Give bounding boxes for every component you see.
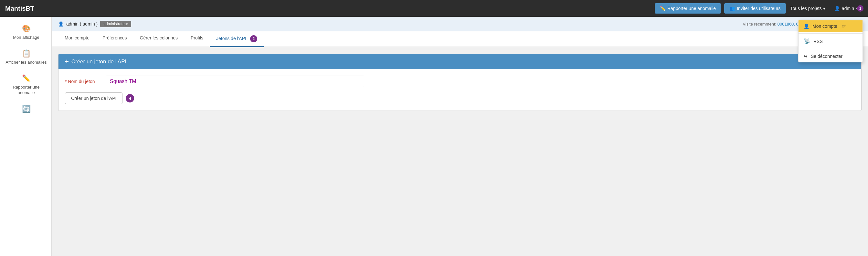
navbar: MantisBT ✏️ Rapporter une anomalie 👥 Inv…: [0, 0, 868, 17]
cursor-pointer-icon: ☞: [842, 24, 846, 29]
create-token-section: + Créer un jeton de l'API * Nom du jeton…: [58, 54, 862, 111]
admin-dropdown-menu: 👤 Mon compte ☞ 📡 RSS ↪ Se déconnecter: [798, 20, 863, 62]
refresh-icon: 🔄: [22, 105, 31, 113]
token-name-input[interactable]: [106, 76, 364, 87]
rss-menu-item[interactable]: 📡 RSS: [799, 35, 863, 47]
admin-dropdown-button[interactable]: 👤 admin ▾ 1: [830, 3, 863, 13]
user-avatar-icon: 👤: [58, 21, 64, 27]
create-section-body: * Nom du jeton Créer un jeton de l'API 4: [59, 69, 861, 110]
sidebar-item-afficher-anomalies[interactable]: 📋 Afficher les anomalies: [0, 45, 51, 70]
palette-icon: 🎨: [22, 25, 31, 33]
rss-icon: 📡: [804, 38, 810, 44]
tabs-container: Mon compte Préférences Gérer les colonne…: [52, 31, 868, 47]
navbar-right: Tous les projets ▾ 👤 admin ▾ 1 👤 Mon com…: [786, 3, 863, 13]
user-plus-icon: 👥: [730, 6, 735, 11]
my-account-menu-item[interactable]: 👤 Mon compte ☞: [799, 20, 863, 32]
create-section-header: + Créer un jeton de l'API: [59, 54, 861, 69]
sidebar-item-rapporter-anomalie[interactable]: ✏️ Rapporter une anomalie: [0, 70, 51, 100]
report-anomaly-button[interactable]: ✏️ Rapporter une anomalie: [655, 3, 721, 13]
sidebar-item-mon-affichage[interactable]: 🎨 Mon affichage: [0, 20, 51, 45]
invite-users-button[interactable]: 👥 Inviter des utilisateurs: [724, 3, 785, 13]
role-badge: administrateur: [100, 21, 131, 27]
token-name-group: * Nom du jeton: [65, 76, 855, 87]
tab-gerer-colonnes[interactable]: Gérer les colonnes: [133, 31, 185, 47]
step-badge-4: 4: [126, 94, 134, 102]
create-token-button[interactable]: Créer un jeton de l'API: [65, 92, 122, 104]
user-icon: 👤: [834, 6, 840, 11]
step-badge-2: 2: [250, 35, 257, 42]
layout: 🎨 Mon affichage 📋 Afficher les anomalies…: [0, 17, 868, 256]
user-info: 👤 admin ( admin ) administrateur: [58, 21, 131, 27]
menu-divider-2: [799, 49, 863, 49]
tab-profils[interactable]: Profils: [184, 31, 210, 47]
step-badge-1: 1: [857, 5, 864, 12]
sidebar-item-refresh[interactable]: 🔄: [0, 100, 51, 118]
navbar-actions: ✏️ Rapporter une anomalie 👥 Inviter des …: [655, 3, 786, 13]
content-area: + Créer un jeton de l'API * Nom du jeton…: [52, 47, 868, 117]
token-name-label: * Nom du jeton: [65, 79, 100, 84]
chevron-down-icon: ▾: [823, 6, 825, 11]
edit-icon: ✏️: [660, 6, 665, 11]
projects-dropdown-button[interactable]: Tous les projets ▾: [786, 3, 830, 13]
menu-divider: [799, 33, 863, 34]
logout-menu-item[interactable]: ↪ Se déconnecter: [799, 51, 863, 62]
pencil-icon: ✏️: [22, 74, 31, 83]
tab-jetons-api[interactable]: Jetons de l'API 2: [210, 31, 264, 47]
plus-icon: +: [65, 58, 69, 65]
create-btn-row: Créer un jeton de l'API 4: [65, 92, 855, 104]
list-icon: 📋: [22, 50, 31, 58]
tab-preferences[interactable]: Préférences: [96, 31, 133, 47]
user-header: 👤 admin ( admin ) administrateur Visité …: [52, 17, 868, 31]
logout-icon: ↪: [804, 54, 808, 59]
brand-logo[interactable]: MantisBT: [5, 5, 34, 12]
tab-mon-compte[interactable]: Mon compte: [58, 31, 96, 47]
main-content: 👤 admin ( admin ) administrateur Visité …: [52, 17, 868, 256]
sidebar: 🎨 Mon affichage 📋 Afficher les anomalies…: [0, 17, 52, 256]
user-icon: 👤: [804, 24, 809, 29]
